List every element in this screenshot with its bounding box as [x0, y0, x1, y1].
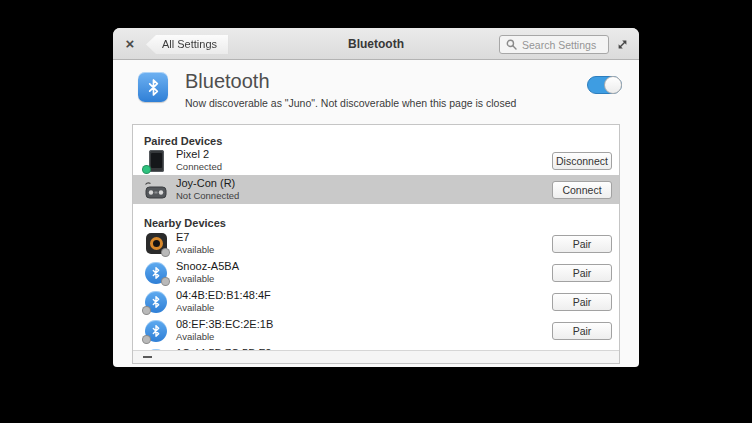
panel-title: Bluetooth [185, 70, 270, 93]
device-row-04-4b-ed-b1-48-4f[interactable]: 04:4B:ED:B1:48:4F Available Pair [133, 287, 619, 316]
bluetooth-toggle-switch[interactable] [587, 76, 622, 94]
bluetooth-circle-icon [144, 261, 168, 285]
device-status: Available [176, 273, 239, 284]
device-name: Joy-Con (R) [176, 177, 239, 190]
pair-button[interactable]: Pair [552, 293, 612, 311]
pair-button[interactable]: Pair [552, 322, 612, 340]
device-row-pixel-2[interactable]: Pixel 2 Connected Disconnect [133, 146, 619, 175]
search-input[interactable] [522, 39, 602, 51]
device-name: 08:EF:3B:EC:2E:1B [176, 318, 273, 331]
available-gray-dot-icon [142, 335, 151, 344]
pair-button[interactable]: Pair [552, 264, 612, 282]
disconnect-button[interactable]: Disconnect [552, 152, 612, 170]
device-status: Available [176, 302, 271, 313]
bluetooth-app-icon [138, 72, 168, 102]
section-paired-devices: Paired Devices [133, 125, 619, 146]
device-status: Not Connected [176, 190, 239, 201]
device-list-rows: Paired Devices Pixel 2 Connected Disconn… [133, 125, 619, 350]
panel-subtitle: Now discoverable as "Juno". Not discover… [185, 97, 516, 109]
device-status: Available [176, 244, 214, 255]
connect-button[interactable]: Connect [552, 181, 612, 199]
device-status: Available [176, 331, 273, 342]
minus-icon [143, 356, 152, 358]
bluetooth-circle-icon [144, 348, 168, 351]
gamepad-icon [144, 178, 168, 202]
device-name: Snooz-A5BA [176, 260, 239, 273]
device-row-e7[interactable]: E7 Available Pair [133, 229, 619, 258]
available-gray-dot-icon [142, 306, 151, 315]
section-nearby-devices: Nearby Devices [133, 204, 619, 229]
remove-device-button[interactable] [140, 352, 154, 363]
section-label: Nearby Devices [144, 217, 226, 229]
available-gray-dot-icon [161, 248, 170, 257]
speaker-icon [144, 232, 168, 256]
connected-green-dot-icon [142, 165, 151, 174]
available-gray-dot-icon [161, 277, 170, 286]
toggle-knob [604, 76, 622, 94]
pair-button[interactable]: Pair [552, 235, 612, 253]
device-name: Pixel 2 [176, 148, 222, 161]
bluetooth-circle-icon [144, 290, 168, 314]
device-row-snooz-a5ba[interactable]: Snooz-A5BA Available Pair [133, 258, 619, 287]
device-status: Connected [176, 161, 222, 172]
headerbar: × All Settings Bluetooth [113, 28, 639, 60]
device-name: 04:4B:ED:B1:48:4F [176, 289, 271, 302]
list-toolbar [133, 350, 619, 363]
resize-diagonal-icon [616, 38, 629, 51]
device-row-partially-visible[interactable]: 1C:44:5B:7C:5B:F2 Available Pair [133, 345, 619, 350]
device-name: E7 [176, 231, 214, 244]
device-list: Paired Devices Pixel 2 Connected Disconn… [132, 124, 620, 364]
settings-window: × All Settings Bluetooth Blue [113, 28, 639, 367]
search-icon [506, 39, 517, 50]
device-row-joy-con-r[interactable]: Joy-Con (R) Not Connected Connect [133, 175, 619, 204]
bluetooth-panel-header: Bluetooth Now discoverable as "Juno". No… [113, 60, 639, 124]
device-row-08-ef-3b-ec-2e-1b[interactable]: 08:EF:3B:EC:2E:1B Available Pair [133, 316, 619, 345]
device-name: 1C:44:5B:7C:5B:F2 [176, 347, 271, 350]
bluetooth-circle-icon [144, 319, 168, 343]
phone-icon [144, 149, 168, 173]
maximize-button[interactable] [615, 37, 629, 51]
search-field[interactable] [499, 35, 609, 54]
